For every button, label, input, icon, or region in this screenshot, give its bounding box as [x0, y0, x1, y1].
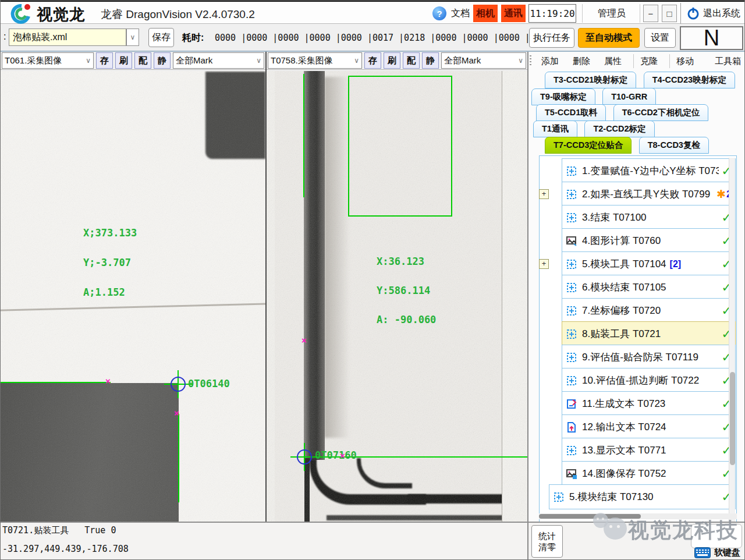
module-icon [566, 282, 577, 293]
keyboard-icon [694, 547, 711, 558]
tool-item-1[interactable]: 1.变量赋值-Y边中心Y坐标 T073 ✓ [562, 158, 736, 183]
tool-item-2[interactable]: 2.如果-直线工具Y失败 T0799 ✱ 2 [562, 182, 736, 207]
exit-button[interactable]: 退出系统 [684, 4, 743, 23]
right-view-header: T0758.采集图像∨ 存 刷 配 静 全部Mark∨ [267, 52, 527, 70]
tab-t5[interactable]: T5-CCD1取料 [536, 104, 606, 121]
menu-delete[interactable]: 删除 [573, 56, 590, 67]
menu-toolbox[interactable]: 工具箱 [715, 56, 741, 67]
user-label: 管理员 [586, 4, 637, 23]
menu-move[interactable]: 移动 [676, 56, 694, 67]
status-result-line: T0721.贴装工具 True 0 [2, 525, 116, 536]
comm-button[interactable]: 通讯 [501, 5, 526, 22]
menu-properties[interactable]: 属性 [604, 56, 622, 67]
result-y: Y;-3.707 [83, 257, 131, 268]
left-source-combobox[interactable]: T061.采集图像∨ [2, 52, 94, 69]
app-title: 龙睿 DragonVision V2.4.0730.2 [101, 7, 255, 22]
tool-item-6[interactable]: 6.模块结束 T07105 ✓ [562, 275, 736, 300]
divider [582, 4, 583, 23]
docs-button[interactable]: 文档 [449, 4, 472, 23]
tool-item-11[interactable]: 11.生成文本 T0723 ✓ [562, 391, 736, 416]
soft-keyboard-button[interactable]: 软键盘 [694, 547, 740, 558]
power-icon [687, 7, 700, 20]
tool-item-12[interactable]: 12.输出文本 T0724 ✓ [562, 414, 736, 440]
module-icon [566, 375, 577, 387]
tab-t4[interactable]: T4-CCD23映射标定 [644, 72, 735, 88]
chevron-down-icon: ∨ [518, 56, 523, 65]
left-save-image-button[interactable]: 存 [96, 52, 113, 69]
menu-clone[interactable]: 克隆 [640, 56, 658, 67]
menu-add[interactable]: 添加 [541, 56, 559, 67]
module-icon [566, 189, 577, 200]
tool-item-10[interactable]: 10.评估值-抓边判断 T0722 ✓ [562, 368, 736, 393]
right-source-combobox[interactable]: T0758.采集图像∨ [268, 52, 362, 69]
tab-t2[interactable]: T2-CCD2标定 [584, 120, 654, 137]
divider [640, 4, 640, 23]
divider [680, 3, 681, 24]
auto-mode-button[interactable]: 至自动模式 [578, 28, 640, 48]
expand-toggle[interactable]: + [539, 259, 549, 269]
maximize-button[interactable]: □ [662, 5, 677, 22]
recipe-dropdown-button[interactable]: ∨ [126, 29, 139, 46]
tool-item-3[interactable]: 3.结束 T07100 ✓ [562, 205, 736, 230]
drag-handle[interactable] [530, 55, 531, 67]
recipe-file-combobox[interactable]: 泡棉贴装.xml [9, 29, 126, 46]
tab-t9[interactable]: T9-吸嘴标定 [531, 88, 595, 105]
tab-t3[interactable]: T3-CCD21映射标定 [545, 72, 636, 88]
action-button[interactable] [691, 524, 742, 548]
minimize-button[interactable]: − [643, 5, 658, 22]
tab-t6[interactable]: T6-CCD2下相机定位 [613, 104, 709, 121]
right-save-image-button[interactable]: 存 [364, 52, 381, 69]
tool-item-14[interactable]: 14.图像保存 T0752 ✓ [562, 461, 736, 486]
tool-item-13[interactable]: 13.显示文本 T0771 ✓ [562, 438, 736, 463]
right-mark-combobox[interactable]: 全部Mark∨ [441, 52, 526, 69]
module-icon [553, 491, 565, 503]
tool-list-hscrollbar[interactable] [539, 513, 737, 519]
expand-toggle[interactable]: + [539, 189, 549, 199]
tab-t1[interactable]: T1通讯 [533, 120, 577, 137]
tool-list-scrollbar[interactable] [729, 158, 735, 560]
tool-item-15[interactable]: 5.模块结束 T07130 ✓ [549, 484, 736, 509]
run-task-button[interactable]: 执行任务 [529, 28, 574, 48]
left-refresh-button[interactable]: 刷 [115, 52, 132, 69]
edge-line-found [303, 74, 304, 197]
dragonvision-window: 视觉龙 龙睿 DragonVision V2.4.0730.2 ? 文档 相机 … [0, 0, 745, 560]
tab-t10[interactable]: T10-GRR [602, 88, 656, 105]
tool-item-5[interactable]: 5.模块工具 T07104 [2] ✓ [562, 251, 736, 277]
result-a: A;1.152 [83, 286, 125, 298]
right-match-button[interactable]: 配 [403, 52, 420, 69]
image-calc-icon [566, 235, 577, 247]
module-icon [566, 258, 577, 270]
left-match-button[interactable]: 配 [134, 52, 151, 69]
tool-item-7[interactable]: 7.坐标偏移 T0720 ✓ [562, 298, 736, 323]
right-static-button[interactable]: 静 [422, 52, 439, 69]
left-static-button[interactable]: 静 [154, 52, 171, 69]
chevron-down-icon: ∨ [86, 56, 91, 65]
tool-item-4[interactable]: 4.图形计算 T0760 ✓ [562, 228, 736, 253]
right-image-view[interactable]: × × 0T07160 X:36.123 Y:586.114 A: -90.06… [267, 71, 527, 522]
tab-t7-active[interactable]: T7-CCD3定位贴合 [545, 137, 632, 154]
right-refresh-button[interactable]: 刷 [384, 52, 400, 69]
left-mark-combobox[interactable]: 全部Mark∨ [173, 52, 264, 69]
image-dark-part [205, 72, 265, 159]
image-shading [324, 77, 350, 438]
hscrollbar-thumb[interactable] [539, 514, 641, 519]
tool-item-9[interactable]: 9.评估值-贴合防呆 T07119 ✓ [562, 345, 736, 370]
stats-reset-button[interactable]: 统计 清零 [531, 525, 563, 558]
elapsed-values: 0000 |0000 |0000 |0000 |0000 |0017 |0218… [215, 33, 530, 43]
camera-button[interactable]: 相机 [473, 5, 498, 22]
busy-icon: ✱ [716, 187, 726, 201]
tool-item-8-selected[interactable]: 8.贴装工具 T0721 ✓ [562, 321, 736, 346]
text-edit-icon [566, 398, 577, 410]
module-icon [566, 328, 577, 340]
chevron-down-icon: ∨ [354, 56, 359, 65]
divider [669, 54, 670, 68]
n-indicator: N [680, 26, 743, 50]
save-button[interactable]: 保存 [148, 28, 174, 47]
scrollbar-thumb[interactable] [730, 372, 735, 465]
image-edge-line [1, 303, 265, 311]
settings-button[interactable]: 设置 [644, 28, 676, 48]
left-image-view[interactable]: × × 0T06140 X;373.133 Y;-3.707 A;1.152 [1, 71, 265, 522]
image-foam-part [1, 383, 179, 522]
help-icon[interactable]: ? [432, 6, 446, 20]
tab-t8[interactable]: T8-CCD3复检 [639, 137, 709, 154]
